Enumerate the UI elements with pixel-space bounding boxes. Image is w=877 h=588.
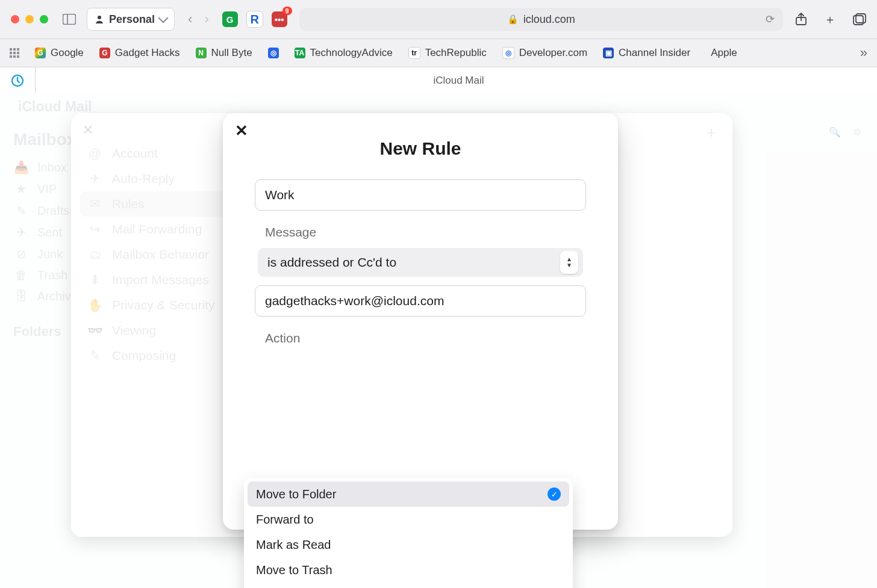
profile-picker[interactable]: Personal xyxy=(87,8,175,31)
new-rule-modal: ✕ New Rule Work Message is addressed or … xyxy=(223,113,618,530)
bookmark-technologyadvice[interactable]: TA TechnologyAdvice xyxy=(295,47,393,59)
action-option-move-folder-mark-read[interactable]: Move to Folder and Mark as Read xyxy=(248,583,569,588)
pinned-tab-clockify[interactable] xyxy=(0,67,36,94)
condition-value-input[interactable]: gadgethacks+work@icloud.com xyxy=(255,285,586,317)
bookmarks-overflow-button[interactable]: » xyxy=(860,45,867,61)
bookmarks-bar: G Google G Gadget Hacks N Null Byte ◎ TA… xyxy=(0,39,877,67)
action-option-label: Move to Folder xyxy=(256,487,336,501)
bookmark-unknown[interactable]: ◎ xyxy=(268,48,279,58)
checkmark-icon: ✓ xyxy=(548,487,561,501)
bookmark-label: Channel Insider xyxy=(619,47,690,59)
lastpass-extension-icon[interactable]: ••• 9 xyxy=(272,11,287,27)
new-rule-title: New Rule xyxy=(240,138,601,159)
action-section-label: Action xyxy=(265,331,576,345)
action-option-label: Forward to xyxy=(256,513,314,527)
condition-value-text: gadgethacks+work@icloud.com xyxy=(265,294,444,308)
rakuten-extension-icon[interactable]: R xyxy=(246,11,263,28)
reload-button[interactable]: ⟳ xyxy=(766,13,775,26)
svg-rect-0 xyxy=(63,14,76,25)
window-controls xyxy=(11,15,48,23)
bookmark-techrepublic[interactable]: tr TechRepublic xyxy=(408,47,487,59)
tab-bar: iCloud Mail xyxy=(0,67,877,94)
back-button[interactable]: ‹ xyxy=(188,11,192,27)
bookmark-label: Null Byte xyxy=(211,47,252,59)
bookmark-label: Google xyxy=(51,47,84,59)
action-dropdown: Move to Folder ✓ Forward to Mark as Read… xyxy=(244,478,573,588)
condition-select[interactable]: is addressed or Cc'd to ▲▼ xyxy=(258,248,583,277)
bookmark-label: Apple xyxy=(711,47,737,59)
forward-button[interactable]: › xyxy=(204,11,208,27)
action-option-move-to-folder[interactable]: Move to Folder ✓ xyxy=(248,481,569,507)
grammarly-extension-icon[interactable]: G xyxy=(222,11,238,27)
tab-title-text: iCloud Mail xyxy=(433,75,484,87)
grid-icon xyxy=(10,48,19,58)
new-rule-close-button[interactable]: ✕ xyxy=(235,123,248,138)
gadget-hacks-favicon-icon: G xyxy=(99,48,110,58)
close-window-button[interactable] xyxy=(11,15,19,23)
nav-arrows: ‹ › xyxy=(183,11,214,27)
techrepublic-favicon-icon: tr xyxy=(408,47,420,59)
action-option-label: Mark as Read xyxy=(256,538,331,552)
bookmark-label: TechnologyAdvice xyxy=(310,47,393,59)
lock-icon: 🔒 xyxy=(507,14,519,25)
browser-toolbar: Personal ‹ › G R ••• 9 🔒 icloud.com ⟳ ＋ xyxy=(0,0,877,39)
extension-badge: 9 xyxy=(282,7,292,15)
apps-grid-button[interactable] xyxy=(10,48,19,58)
action-option-move-to-trash[interactable]: Move to Trash xyxy=(248,557,569,583)
bookmark-null-byte[interactable]: N Null Byte xyxy=(196,47,252,59)
message-section-label: Message xyxy=(265,225,576,240)
action-option-mark-as-read[interactable]: Mark as Read xyxy=(248,532,569,557)
bookmark-label: Developer.com xyxy=(519,47,587,59)
share-button[interactable] xyxy=(795,13,807,26)
svg-point-2 xyxy=(98,16,101,19)
bookmark-label: TechRepublic xyxy=(425,47,487,59)
rule-name-input[interactable]: Work xyxy=(255,179,586,211)
person-icon xyxy=(95,14,104,24)
extension-icons: G R ••• 9 xyxy=(222,11,287,28)
active-tab[interactable]: iCloud Mail xyxy=(36,67,877,94)
fullscreen-window-button[interactable] xyxy=(40,15,48,23)
profile-label: Personal xyxy=(109,13,155,26)
technologyadvice-favicon-icon: TA xyxy=(295,48,305,58)
new-tab-button[interactable]: ＋ xyxy=(824,11,836,28)
toolbar-right: ＋ xyxy=(795,11,866,28)
google-favicon-icon: G xyxy=(35,48,46,58)
condition-selected-text: is addressed or Cc'd to xyxy=(267,255,396,270)
chevron-down-icon xyxy=(158,13,169,23)
address-text: icloud.com xyxy=(523,13,575,26)
developer-favicon-icon: ◎ xyxy=(502,47,514,59)
null-byte-favicon-icon: N xyxy=(196,48,207,58)
minimize-window-button[interactable] xyxy=(25,15,34,23)
address-bar[interactable]: 🔒 icloud.com ⟳ xyxy=(299,8,783,31)
sidebar-toggle-button[interactable] xyxy=(60,10,78,28)
rule-name-value: Work xyxy=(265,188,295,202)
action-option-forward-to[interactable]: Forward to xyxy=(248,507,569,532)
bookmark-apple[interactable]: Apple xyxy=(706,47,737,59)
clockify-icon xyxy=(11,74,24,87)
generic-favicon-icon: ◎ xyxy=(268,48,279,58)
select-stepper-icon: ▲▼ xyxy=(560,251,578,274)
bookmark-google[interactable]: G Google xyxy=(35,47,84,59)
action-option-label: Move to Trash xyxy=(256,563,332,577)
bookmark-developer-com[interactable]: ◎ Developer.com xyxy=(502,47,587,59)
bookmark-channel-insider[interactable]: ▣ Channel Insider xyxy=(603,47,690,59)
bookmark-label: Gadget Hacks xyxy=(115,47,180,59)
channel-insider-favicon-icon: ▣ xyxy=(603,48,614,58)
bookmark-gadget-hacks[interactable]: G Gadget Hacks xyxy=(99,47,180,59)
tab-overview-button[interactable] xyxy=(853,13,866,25)
